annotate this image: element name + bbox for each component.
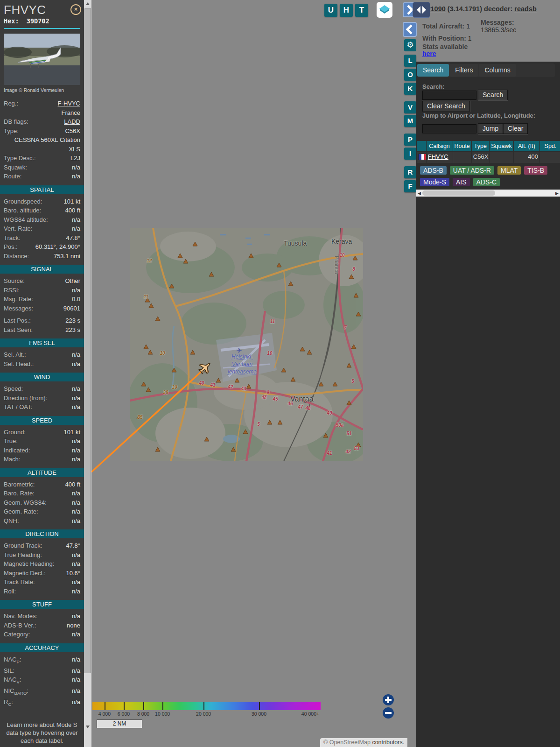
data-value: n/a [72,612,80,621]
chevron-left-icon [404,23,416,36]
map-label-kerava: Kerava [331,238,352,245]
map-button-l[interactable]: L [404,55,416,67]
badge-ads-c[interactable]: ADS-C [473,178,500,186]
data-value: 753.1 nmi [54,252,80,261]
data-row: RC:n/a [4,698,80,709]
tab-filters[interactable]: Filters [449,64,478,77]
tab-columns[interactable]: Columns [479,64,516,77]
data-row: Reg.:F-HVYC [4,99,80,108]
badge-ads-b[interactable]: ADS-B [420,166,447,175]
data-row: Mach:n/a [4,455,80,464]
road-number: 7 [344,325,347,330]
jump-clear-button[interactable]: Clear [503,123,528,134]
scroll-right-arrow[interactable]: ▶ [555,191,559,196]
column-header-Callsign[interactable]: Callsign [427,141,453,151]
column-header-Alt. (ft)[interactable]: Alt. (ft) [514,141,539,151]
scrollbar-thumb[interactable] [84,8,91,673]
map-button-m[interactable]: M [404,115,416,127]
search-button[interactable]: Search [478,90,508,100]
zoom-out-button[interactable] [383,707,394,719]
data-value: 47.8° [66,541,80,550]
badge-mlat[interactable]: MLAT [497,166,521,175]
jump-input[interactable] [422,124,476,134]
data-value: n/a [72,286,80,295]
data-value: n/a [72,498,80,507]
table-row[interactable]: FHVYCC56X400 [417,152,560,163]
road-number: 12 [147,258,152,263]
column-header-Squawk[interactable]: Squawk [490,141,513,151]
layers-button[interactable] [377,2,392,18]
jump-button[interactable]: Jump [478,123,503,134]
data-value: 400 ft [65,480,80,489]
data-row: Speed:n/a [4,384,80,394]
data-row: France [4,108,80,118]
hscroll-thumb[interactable] [422,190,495,196]
badge-tis-b[interactable]: TIS-B [524,166,547,175]
map-button-k[interactable]: K [404,83,416,95]
map-button-r[interactable]: R [404,166,416,178]
column-header-flag[interactable] [417,141,426,151]
data-value-link[interactable]: F-HVYC [58,99,80,108]
map-tiles[interactable]: ✈ [130,228,363,461]
panel-collapse-button[interactable] [403,22,417,37]
hex-code: Hex: 39D702 [4,17,80,25]
map-button-o[interactable]: O [404,69,416,81]
close-icon[interactable]: × [70,4,81,15]
stats-here-link[interactable]: here [422,50,436,57]
photo-credit: Image © Ronald Vermeulen [4,87,80,93]
data-row: Ground Track:47.8° [4,541,80,550]
settings-button[interactable]: ⚙ [404,39,416,51]
data-value-link[interactable]: LADD [64,117,80,127]
column-header-Spd.[interactable]: Spd. [540,141,560,151]
scroll-left-arrow[interactable]: ◀ [418,191,421,196]
data-value: n/a [72,698,80,709]
readsb-link[interactable]: readsb [514,5,537,13]
data-row: DB flags:LADD [4,117,80,127]
data-row: Baro. Rate:n/a [4,489,80,498]
aircraft-photo[interactable] [4,34,80,85]
cell[interactable]: FHVYC [427,152,453,163]
map-button-v[interactable]: V [404,101,416,113]
map-button-t[interactable]: T [355,4,368,17]
section-header: SPATIAL [0,185,84,194]
stats-available-label: Stats available [422,43,468,50]
column-header-Type[interactable]: Type [472,141,489,151]
openstreetmap-link[interactable]: © OpenStreetMap [323,739,371,746]
data-row: Roll:n/a [4,587,80,596]
data-value: n/a [72,455,80,464]
badge-ais[interactable]: AIS [453,178,470,186]
data-value: n/a [72,578,80,587]
data-value: 223 s [65,325,80,335]
tab-search[interactable]: Search [417,64,449,77]
road-number: 35 [137,415,142,420]
sidebar-scrollbar[interactable] [84,0,91,747]
data-row: Direction (from):n/a [4,394,80,403]
map-button-h[interactable]: H [340,4,353,17]
map-button-p[interactable]: P [404,134,416,146]
data-row: Source:Other [4,276,80,286]
data-row: QNH:n/a [4,516,80,526]
road-number: 39 [172,385,177,390]
map-label-tuusula: Tuusula [284,240,307,247]
search-input[interactable] [422,91,476,100]
column-header-Route[interactable]: Route [453,141,471,151]
data-row: Type Desc.:L2J [4,154,80,163]
data-value: n/a [72,630,80,639]
panel-toggle-button[interactable] [413,2,430,18]
scroll-up-arrow[interactable] [84,0,91,7]
badge-mode-s[interactable]: Mode-S [420,178,449,186]
map-art: ✈ [130,228,363,461]
data-value: 101 kt [64,428,80,437]
table-horizontal-scrollbar[interactable]: ◀ ▶ [416,190,560,197]
map-button-f[interactable]: F [404,180,416,192]
scroll-down-arrow[interactable] [84,723,91,731]
badge-uat-ads-r[interactable]: UAT / ADS-R [450,166,494,175]
map-button-i[interactable]: I [404,148,416,160]
zoom-in-button[interactable] [383,694,394,705]
clear-search-button[interactable]: Clear Search [422,101,470,112]
road-number: 11 [144,294,148,299]
map-button-u[interactable]: U [324,4,337,17]
data-row: Last Seen:223 s [4,325,80,335]
road-number: 48 [305,406,310,411]
road-number: 50a [336,423,344,428]
